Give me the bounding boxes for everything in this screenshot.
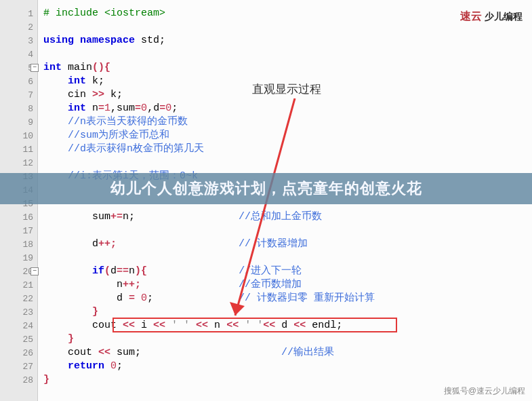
code-line <box>43 20 532 34</box>
code-line: } <box>43 332 532 346</box>
line-number: 16 <box>0 210 37 224</box>
line-number: 24 <box>0 319 37 332</box>
line-number: 26 <box>0 346 37 360</box>
line-number: 25 <box>0 332 37 346</box>
watermark-text: 搜狐号@速云少儿编程 <box>444 385 525 397</box>
code-line <box>43 251 532 265</box>
highlight-box <box>112 318 397 332</box>
line-number: 7 <box>0 88 37 102</box>
line-number: 4 <box>0 47 37 61</box>
line-number: 1 <box>0 7 37 20</box>
code-line: //n表示当天获得的金币数 <box>43 115 532 129</box>
line-number: 11 <box>0 142 37 156</box>
line-number: 28 <box>0 373 37 387</box>
code-line: } <box>43 373 532 387</box>
line-number: 12 <box>0 156 37 170</box>
code-line: int n=1,sum=0,d=0; <box>43 102 532 115</box>
code-line <box>43 47 532 61</box>
code-line: # include <iostream> <box>43 7 532 20</box>
overlay-banner: 幼儿个人创意游戏计划，点亮童年的创意火花 <box>0 173 532 204</box>
code-line: return 0; <box>43 360 532 373</box>
code-line: //d表示获得n枚金币的第几天 <box>43 142 532 156</box>
code-line: } <box>43 305 532 319</box>
line-number: 21 <box>0 278 37 292</box>
line-number: 27 <box>0 360 37 373</box>
code-line: n++; //金币数增加 <box>43 278 532 292</box>
code-line <box>43 156 532 170</box>
code-line: cout << sum; //输出结果 <box>43 346 532 360</box>
line-number: 3 <box>0 34 37 47</box>
line-number: 23 <box>0 305 37 319</box>
code-line: if(d==n){ //进入下一轮 <box>43 265 532 278</box>
line-number: 18 <box>0 237 37 251</box>
line-number: 9 <box>0 115 37 129</box>
code-line: d = 0; // 计数器归零 重新开始计算 <box>43 292 532 305</box>
annotation-label: 直观显示过程 <box>252 81 321 97</box>
brand-logo: 速云 少儿编程 <box>460 9 523 24</box>
line-number: 10 <box>0 129 37 142</box>
code-line: using namespace std; <box>43 34 532 47</box>
line-number: 19 <box>0 251 37 265</box>
line-number: 2 <box>0 20 37 34</box>
line-number: 6 <box>0 75 37 88</box>
code-line: //sum为所求金币总和 <box>43 129 532 142</box>
line-number: 17 <box>0 224 37 237</box>
line-number: 22 <box>0 292 37 305</box>
code-line <box>43 224 532 237</box>
code-line: sum+=n; //总和加上金币数 <box>43 210 532 224</box>
code-line: int main(){ <box>43 61 532 75</box>
line-number: 8 <box>0 102 37 115</box>
code-line: d++; // 计数器增加 <box>43 237 532 251</box>
